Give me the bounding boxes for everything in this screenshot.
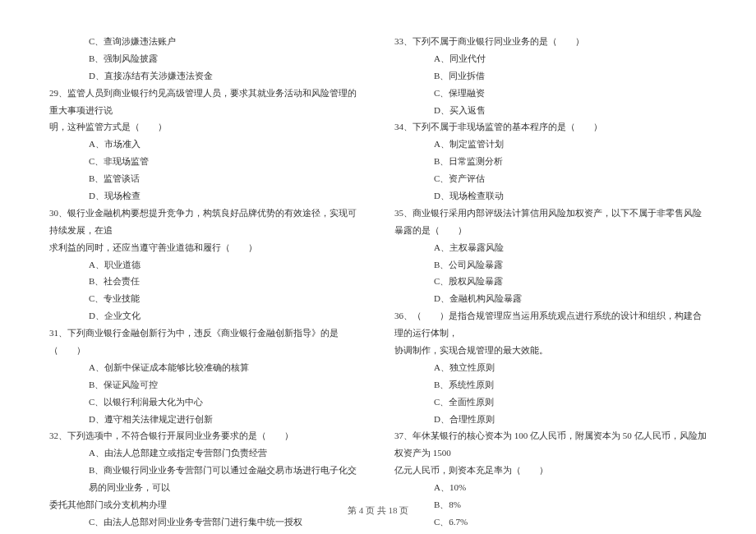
option-label: D、 xyxy=(434,191,449,200)
option-text: 同业代付 xyxy=(449,53,486,63)
q30-option-b: B、社会责任 xyxy=(49,273,362,290)
question-number: 32、 xyxy=(49,430,67,440)
option-label: B、 xyxy=(434,260,449,269)
option-text: 保证风险可控 xyxy=(104,380,158,389)
q34-option-b: B、日常监测分析 xyxy=(394,153,707,170)
q36-line2: 协调制作，实现合规管理的最大效能。 xyxy=(394,342,707,359)
q37-option-a: A、10% xyxy=(394,479,707,496)
question-text: 下列选项中，不符合银行开展同业业务要求的是（ ） xyxy=(67,430,293,440)
option-text: 系统性原则 xyxy=(449,380,494,389)
option-text: 遵守相关法律规定进行创新 xyxy=(104,414,213,424)
option-label: A、 xyxy=(434,482,449,492)
option-label: B、 xyxy=(89,276,104,286)
q30-line2: 求利益的同时，还应当遵守善业道德和履行（ ） xyxy=(49,239,362,256)
option-text: 查询涉嫌违法账户 xyxy=(104,36,176,46)
page-footer: 第 4 页 共 18 页 xyxy=(0,502,756,519)
question-number: 34、 xyxy=(394,122,413,131)
question-text: 求利益的同时，还应当遵守善业道德和履行（ ） xyxy=(49,242,257,252)
q33-line1: 33、下列不属于商业银行同业业务的是（ ） xyxy=(394,33,707,50)
option-label: A、 xyxy=(434,139,449,149)
option-label: C、 xyxy=(89,36,104,46)
option-text: 创新中保证成本能够比较准确的核算 xyxy=(104,362,249,372)
q33-option-d: D、买入返售 xyxy=(394,102,707,119)
q35-line1: 35、商业银行采用内部评级法计算信用风险加权资产，以下不属于非零售风险暴露的是（… xyxy=(394,205,707,239)
q35-option-b: B、公司风险暴露 xyxy=(394,256,707,274)
q31-option-d: D、遵守相关法律规定进行创新 xyxy=(49,411,362,428)
q29-option-d: D、现场检查 xyxy=(49,187,362,205)
option-text: 社会责任 xyxy=(104,276,140,286)
option-label: B、 xyxy=(434,156,449,166)
option-label: B、 xyxy=(89,380,104,389)
question-text: 明，这种监管方式是（ ） xyxy=(49,122,167,131)
option-text: 公司风险暴露 xyxy=(449,260,503,269)
option-label: A、 xyxy=(434,362,449,372)
q31-option-a: A、创新中保证成本能够比较准确的核算 xyxy=(49,359,362,376)
option-text: 合理性原则 xyxy=(449,414,495,424)
option-label: A、 xyxy=(89,139,104,149)
option-text: 保理融资 xyxy=(449,88,485,98)
question-text: （ ）是指合规管理应当运用系统观点进行系统的设计和组织，构建合理的运行体制， xyxy=(394,311,702,338)
option-text: 股权风险暴露 xyxy=(449,276,503,286)
right-column: 33、下列不属于商业银行同业业务的是（ ） A、同业代付 B、同业拆借 C、保理… xyxy=(394,33,707,534)
option-label: B、 xyxy=(89,465,104,475)
q33-option-a: A、同业代付 xyxy=(394,50,707,67)
option-text: 强制风险披露 xyxy=(104,53,158,63)
q29-option-c: C、非现场监管 xyxy=(49,153,362,170)
q37-line1: 37、年休某银行的核心资本为 100 亿人民币，附属资本为 50 亿人民币，风险… xyxy=(394,427,707,462)
q37-line2: 亿元人民币，则资本充足率为（ ） xyxy=(394,462,707,479)
option-text: 主权暴露风险 xyxy=(449,242,504,252)
option-label: A、 xyxy=(89,362,104,372)
question-number: 33、 xyxy=(394,36,413,46)
q35-option-a: A、主权暴露风险 xyxy=(394,239,707,256)
q36-line1: 36、（ ）是指合规管理应当运用系统观点进行系统的设计和组织，构建合理的运行体制… xyxy=(394,307,707,342)
q30-option-c: C、专业技能 xyxy=(49,290,362,307)
q32-option-b: B、商业银行同业业务专营部门可以通过金融交易市场进行电子化交易的同业业务，可以 xyxy=(49,462,362,496)
q34-line1: 34、下列不属于非现场监管的基本程序的是（ ） xyxy=(394,118,707,136)
option-text: 制定监管计划 xyxy=(449,139,504,149)
q33-option-b: B、同业拆借 xyxy=(394,67,707,85)
option-text: 职业道德 xyxy=(104,260,141,269)
option-label: D、 xyxy=(434,293,449,303)
question-text: 年休某银行的核心资本为 100 亿人民币，附属资本为 50 亿人民币，风险加权资… xyxy=(394,430,707,458)
option-text: 全面性原则 xyxy=(449,397,494,407)
q34-option-d: D、现场检查联动 xyxy=(394,187,707,205)
option-text: 现场检查 xyxy=(104,191,141,200)
question-text: 商业银行采用内部评级法计算信用风险加权资产，以下不属于非零售风险暴露的是（ ） xyxy=(394,208,702,235)
q36-option-d: D、合理性原则 xyxy=(394,411,707,428)
option-text: 由法人总部建立或指定专营部门负责经营 xyxy=(104,448,267,458)
q34-option-a: A、制定监管计划 xyxy=(394,136,707,153)
q32-line1: 32、下列选项中，不符合银行开展同业业务要求的是（ ） xyxy=(49,427,362,444)
q29-line1: 29、监管人员到商业银行约见高级管理人员，要求其就业务活动和风险管理的重大事项进… xyxy=(49,85,362,119)
q33-option-c: C、保理融资 xyxy=(394,85,707,102)
question-number: 31、 xyxy=(49,328,67,338)
question-text: 协调制作，实现合规管理的最大效能。 xyxy=(394,345,548,355)
option-label: C、 xyxy=(89,156,104,166)
q31-option-c: C、以银行利润最大化为中心 xyxy=(49,394,362,411)
option-label: C、 xyxy=(434,397,449,407)
q29-option-a: A、市场准入 xyxy=(49,136,362,153)
question-text: 亿元人民币，则资本充足率为（ ） xyxy=(394,465,548,475)
q30-line1: 30、银行业金融机构要想提升竞争力，构筑良好品牌优势的有效途径，实现可持续发展，… xyxy=(49,205,362,239)
option-label: D、 xyxy=(89,71,104,81)
question-text: 监管人员到商业银行约见高级管理人员，要求其就业务活动和风险管理的重大事项进行说 xyxy=(49,88,357,115)
question-text: 银行业金融机构要想提升竞争力，构筑良好品牌优势的有效途径，实现可持续发展，在追 xyxy=(49,208,357,235)
q35-option-d: D、金融机构风险暴露 xyxy=(394,290,707,307)
q28-option-b: B、强制风险披露 xyxy=(49,50,362,67)
q29-option-b: B、监管谈话 xyxy=(49,170,362,187)
q31-line1: 31、下列商业银行金融创新行为中，违反《商业银行金融创新指导》的是（ ） xyxy=(49,325,362,359)
option-label: D、 xyxy=(434,105,449,115)
q28-option-d: D、直接冻结有关涉嫌违法资金 xyxy=(49,67,362,85)
option-label: B、 xyxy=(89,173,104,183)
page-indicator: 第 4 页 共 18 页 xyxy=(348,505,408,515)
question-text: 下列不属于商业银行同业业务的是（ ） xyxy=(413,36,584,46)
option-label: B、 xyxy=(89,53,104,63)
question-number: 30、 xyxy=(49,208,67,218)
option-text: 企业文化 xyxy=(104,311,141,320)
q36-option-a: A、独立性原则 xyxy=(394,359,707,376)
question-number: 35、 xyxy=(394,208,413,218)
question-number: 29、 xyxy=(49,88,67,98)
option-label: B、 xyxy=(434,71,449,81)
option-label: D、 xyxy=(434,414,449,424)
q32-option-d: D、同业业务专营部门不得进行转授权 xyxy=(49,531,362,534)
option-label: A、 xyxy=(89,260,104,269)
